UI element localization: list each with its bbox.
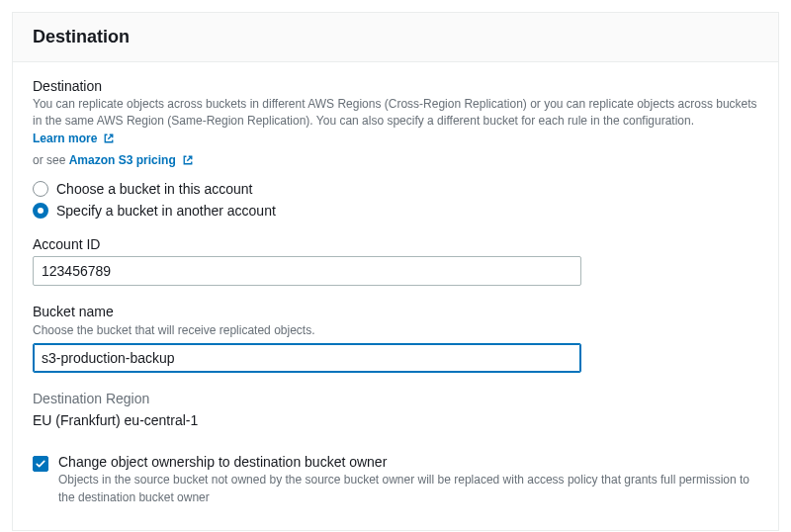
learn-more-link[interactable]: Learn more xyxy=(33,131,115,147)
destination-region-label: Destination Region xyxy=(33,391,758,406)
radio-icon xyxy=(33,181,48,197)
radio-specify-other-account[interactable]: Specify a bucket in another account xyxy=(33,203,758,219)
bucket-name-input[interactable] xyxy=(33,343,581,373)
destination-region-group: Destination Region EU (Frankfurt) eu-cen… xyxy=(33,391,758,428)
account-id-label: Account ID xyxy=(33,236,758,252)
panel-title: Destination xyxy=(33,27,758,47)
radio-choose-this-account[interactable]: Choose a bucket in this account xyxy=(33,181,758,197)
account-id-input[interactable] xyxy=(33,256,581,286)
bucket-name-hint: Choose the bucket that will receive repl… xyxy=(33,323,758,337)
destination-region-value: EU (Frankfurt) eu-central-1 xyxy=(33,412,758,428)
radio-icon xyxy=(33,203,48,219)
change-ownership-checkbox-row: Change object ownership to destination b… xyxy=(33,454,758,506)
check-icon xyxy=(35,458,46,470)
panel-header: Destination xyxy=(13,13,778,62)
change-ownership-label: Change object ownership to destination b… xyxy=(58,454,758,470)
or-see-row: or see Amazon S3 pricing xyxy=(33,153,758,167)
change-ownership-description: Objects in the source bucket not owned b… xyxy=(58,472,758,506)
bucket-name-label: Bucket name xyxy=(33,304,758,319)
destination-panel: Destination Destination You can replicat… xyxy=(12,12,779,531)
panel-body: Destination You can replicate objects ac… xyxy=(13,62,778,530)
destination-bucket-radio-group: Choose a bucket in this account Specify … xyxy=(33,181,758,219)
bucket-name-field-group: Bucket name Choose the bucket that will … xyxy=(33,304,758,373)
change-ownership-checkbox[interactable] xyxy=(33,456,48,472)
destination-description: You can replicate objects across buckets… xyxy=(33,96,758,147)
destination-section-label: Destination xyxy=(33,78,758,94)
external-link-icon xyxy=(103,133,115,144)
external-link-icon xyxy=(182,154,194,166)
pricing-link[interactable]: Amazon S3 pricing xyxy=(69,153,194,167)
account-id-field-group: Account ID xyxy=(33,236,758,286)
